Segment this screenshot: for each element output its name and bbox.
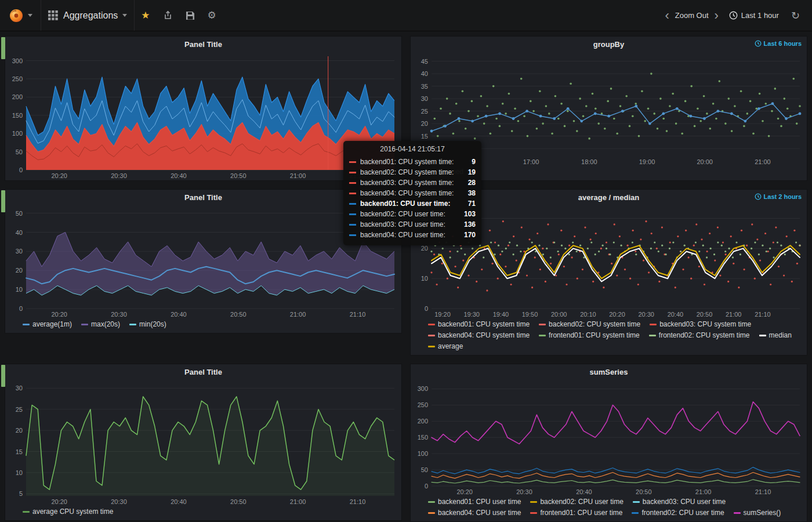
row-toggle[interactable] [1,37,5,59]
refresh-icon: ↻ [791,10,800,21]
timeseries-chart[interactable]: 0102030405020:2020:3020:4020:5021:0021:1… [5,205,401,319]
legend-series-icon [428,335,435,336]
legend-item[interactable]: backend02: CPU user time [530,497,623,507]
settings-button[interactable]: ⚙ [201,0,223,31]
time-shift-left-button[interactable]: ‹ [660,9,673,22]
panel-cpu-stacked: Panel Title 05010015020025030020:2020:30… [5,36,402,181]
tooltip-series-label: backend02: CPU user time: [360,210,460,218]
share-icon [163,10,173,20]
row-toggle[interactable] [1,190,5,212]
tooltip-series-value: 19 [468,168,476,176]
svg-text:0: 0 [425,483,428,490]
legend-item[interactable]: frontend02: CPU user time [632,508,724,518]
legend-item[interactable]: backend04: CPU system time [428,331,530,340]
legend-item[interactable]: backend03: CPU user time [633,497,726,507]
tooltip-series-icon [349,203,356,205]
legend-item[interactable]: backend03: CPU system time [650,320,751,329]
chart-svg: 0102030405020:2020:3020:4020:5021:0021:1… [5,205,401,319]
legend-item[interactable]: backend02: CPU system time [539,320,640,329]
row-toggle[interactable] [1,365,5,387]
svg-text:20:50: 20:50 [230,498,246,505]
dashboard-picker[interactable]: Aggregations [41,0,135,31]
tooltip-series-value: 71 [468,200,476,208]
legend-series-label: sumSeries() [744,508,781,518]
legend-item[interactable]: frontend01: CPU user time [530,508,622,518]
legend-series-label: backend01: CPU user time [438,497,521,507]
time-shift-right-button[interactable]: › [710,9,723,22]
legend-item[interactable]: min(20s) [129,320,166,329]
navbar: Aggregations ★ ⚙ ‹ Zoom Out › [0,0,812,31]
panel-title[interactable]: sumSeries [411,364,807,379]
legend-item[interactable]: max(20s) [81,320,120,329]
panel-time-override-badge: Last 6 hours [755,40,802,47]
tooltip-series-value: 136 [464,220,476,229]
legend-item[interactable]: frontend02: CPU system time [649,331,750,340]
legend-series-label: backend03: CPU user time [643,497,726,507]
legend-series-label: max(20s) [91,320,120,329]
svg-text:30: 30 [16,385,23,392]
svg-text:150: 150 [418,434,428,441]
panel-sumseries: sumSeries 05010015020025030020:2020:3020… [410,364,807,522]
tooltip-row: backend04: CPU system time:38 [349,188,476,198]
legend-series-icon [81,324,88,325]
share-dashboard-button[interactable] [157,0,179,31]
tooltip-row: backend01: CPU system time:9 [349,157,476,167]
timeseries-chart[interactable]: 5101520253020:2020:3020:4020:5021:0021:1… [5,379,401,506]
panel-title[interactable]: Panel Title [5,364,401,379]
legend-item[interactable]: frontend01: CPU system time [539,331,640,340]
legend-series-label: median [769,331,792,340]
zoom-out-button[interactable]: Zoom Out [674,11,710,20]
legend-series-icon [428,324,435,325]
panel-avg-max-min: Panel Title 0102030405020:2020:3020:4020… [5,189,402,334]
legend-item[interactable]: sumSeries() [734,508,781,518]
panel-title[interactable]: Panel Title [5,37,401,52]
panel-title[interactable]: groupBy [411,37,807,52]
svg-text:20:50: 20:50 [230,172,246,179]
svg-text:250: 250 [418,401,428,408]
tooltip-timestamp: 2016-04-14 21:05:17 [349,145,476,157]
legend-item[interactable]: average [428,342,463,351]
svg-text:20: 20 [16,267,23,274]
svg-text:5: 5 [19,490,23,497]
time-range-picker[interactable]: Last 1 hour [723,11,785,20]
svg-text:50: 50 [16,148,23,155]
panel-legend: backend01: CPU system timebackend02: CPU… [411,319,807,355]
legend-item[interactable]: average(1m) [23,320,72,329]
svg-text:21:00: 21:00 [290,311,306,318]
svg-text:21:00: 21:00 [290,172,306,179]
panel-average-cpu: Panel Title 5101520253020:2020:3020:4020… [5,364,402,521]
legend-item[interactable]: average CPU system time [23,507,113,517]
svg-text:10: 10 [16,469,23,476]
legend-item[interactable]: backend01: CPU system time [428,320,530,329]
panel-title[interactable]: Panel Title [5,190,401,205]
legend-series-label: frontend02: CPU user time [641,508,724,518]
panel-time-override-badge: Last 2 hours [755,193,802,200]
refresh-button[interactable]: ↻ [785,0,806,31]
star-dashboard-button[interactable]: ★ [135,0,156,31]
legend-series-icon [23,324,30,325]
svg-text:20:10: 20:10 [580,311,596,318]
grafana-menu-button[interactable] [0,0,41,31]
svg-text:21:00: 21:00 [695,488,712,495]
svg-text:100: 100 [12,130,23,137]
svg-text:20:30: 20:30 [516,488,532,495]
tooltip-series-icon [349,161,356,163]
legend-item[interactable]: backend04: CPU user time [428,508,521,518]
graph-hover-tooltip: 2016-04-14 21:05:17 backend01: CPU syste… [343,141,481,245]
dashboards-grid-icon [48,10,58,20]
legend-item[interactable]: median [759,331,792,340]
legend-series-label: backend03: CPU system time [659,320,751,329]
legend-series-icon [633,501,640,503]
svg-text:50: 50 [16,210,23,217]
tooltip-row: backend03: CPU system time:28 [349,177,476,188]
svg-text:20:20: 20:20 [609,311,625,318]
tooltip-series-label: backend03: CPU user time: [360,220,460,229]
tooltip-series-icon [349,234,356,236]
save-dashboard-button[interactable] [179,0,201,31]
tooltip-row: backend03: CPU user time:136 [349,219,476,230]
svg-text:15: 15 [16,448,23,455]
svg-text:19:40: 19:40 [493,311,509,318]
timeseries-chart[interactable]: 05010015020025030020:2020:3020:4020:5021… [5,52,401,180]
timeseries-chart[interactable]: 05010015020025030020:2020:3020:4020:5021… [411,379,807,496]
legend-item[interactable]: backend01: CPU user time [428,497,521,507]
